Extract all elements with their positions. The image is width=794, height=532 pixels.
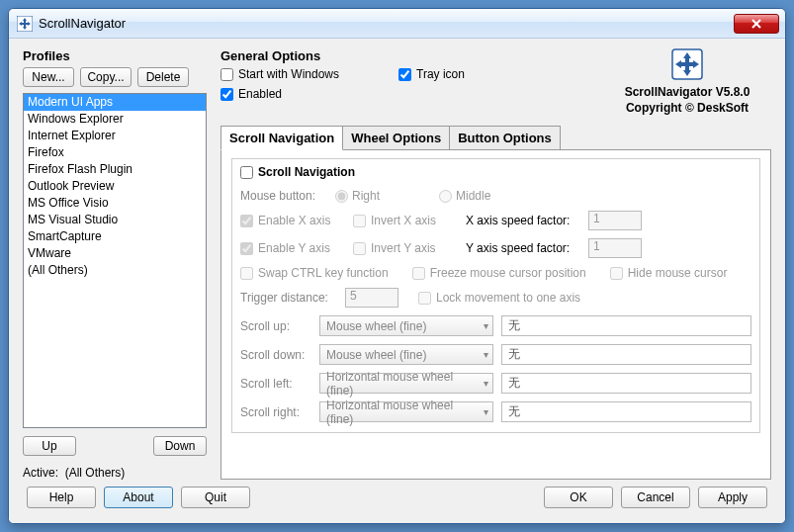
brand-line1: ScrollNavigator V5.8.0 [603,84,771,100]
mouse-button-right-radio[interactable]: Right [335,189,380,203]
brand-panel: ScrollNavigator V5.8.0 Copyright © DeskS… [603,48,771,116]
scroll-down-value[interactable]: 无 [501,344,751,365]
profiles-title: Profiles [23,48,207,63]
scroll-right-label: Scroll right: [240,405,311,419]
content-area: Profiles New... Copy... Delete Modern UI… [9,39,785,523]
list-item[interactable]: Modern UI Apps [24,94,206,111]
list-item[interactable]: Firefox Flash Plugin [24,161,206,178]
move-down-button[interactable]: Down [153,436,207,456]
invert-x-checkbox[interactable]: Invert X axis [353,214,452,227]
enable-y-checkbox[interactable]: Enable Y axis [240,241,339,255]
trigger-distance-input[interactable]: 5 [345,288,398,308]
y-speed-label: Y axis speed factor: [466,241,574,255]
list-item[interactable]: Internet Explorer [24,128,206,144]
delete-profile-button[interactable]: Delete [137,67,189,87]
quit-button[interactable]: Quit [181,487,250,508]
general-options-panel: General Options Start with Windows Enabl… [221,48,603,116]
titlebar[interactable]: ScrollNavigator [9,9,785,39]
profiles-listbox[interactable]: Modern UI Apps Windows Explorer Internet… [23,93,207,428]
invert-y-checkbox[interactable]: Invert Y axis [353,241,452,255]
enabled-checkbox[interactable]: Enabled [221,87,339,101]
profiles-panel: Profiles New... Copy... Delete Modern UI… [23,48,207,480]
close-icon [751,19,761,29]
list-item[interactable]: SmartCapture [24,228,206,245]
ok-button[interactable]: OK [544,487,613,508]
brand-line2: Copyright © DeskSoft [603,100,771,116]
scroll-up-dropdown[interactable]: Mouse wheel (fine) [319,315,493,336]
start-with-windows-label: Start with Windows [238,67,339,81]
move-up-button[interactable]: Up [23,436,76,456]
freeze-cursor-checkbox[interactable]: Freeze mouse cursor position [412,266,586,280]
scroll-up-label: Scroll up: [240,319,311,333]
close-button[interactable] [734,14,779,34]
list-item[interactable]: Outlook Preview [24,178,206,195]
hide-cursor-checkbox[interactable]: Hide mouse cursor [610,266,728,280]
scroll-left-value[interactable]: 无 [501,373,751,394]
scroll-left-label: Scroll left: [240,377,311,391]
tab-scroll-navigation[interactable]: Scroll Navigation [221,126,343,150]
mouse-button-middle-radio[interactable]: Middle [439,189,490,203]
swap-ctrl-checkbox[interactable]: Swap CTRL key function [240,266,389,280]
scroll-right-value[interactable]: 无 [501,401,751,422]
active-profile-line: Active: (All Others) [23,466,207,480]
scroll-down-label: Scroll down: [240,348,311,362]
lock-axis-checkbox[interactable]: Lock movement to one axis [418,291,580,305]
active-label: Active: [23,466,58,480]
tab-bar: Scroll Navigation Wheel Options Button O… [221,126,771,150]
start-with-windows-checkbox[interactable]: Start with Windows [221,67,339,81]
scroll-navigation-panel: Scroll Navigation Mouse button: Right Mi… [221,149,771,480]
brand-icon [671,48,703,80]
trigger-distance-label: Trigger distance: [240,291,335,305]
cancel-button[interactable]: Cancel [621,487,690,508]
x-speed-input[interactable]: 1 [588,211,642,230]
enable-x-checkbox[interactable]: Enable X axis [240,214,339,227]
app-icon [17,16,33,32]
tab-wheel-options[interactable]: Wheel Options [343,126,450,150]
about-button[interactable]: About [104,487,173,508]
x-speed-label: X axis speed factor: [466,214,574,227]
list-item[interactable]: VMware [24,245,206,262]
app-window: ScrollNavigator Profiles New... Copy... … [8,8,786,524]
scroll-left-dropdown[interactable]: Horizontal mouse wheel (fine) [319,373,493,394]
tray-icon-checkbox[interactable]: Tray icon [398,67,465,81]
footer-bar: Help About Quit OK Cancel Apply [23,480,771,515]
scroll-up-value[interactable]: 无 [501,315,751,336]
list-item[interactable]: MS Office Visio [24,195,206,212]
scroll-down-dropdown[interactable]: Mouse wheel (fine) [319,344,493,365]
list-item[interactable]: Windows Explorer [24,111,206,128]
general-title: General Options [221,48,603,63]
scroll-navigation-enable-checkbox[interactable] [240,166,253,179]
copy-profile-button[interactable]: Copy... [80,67,132,87]
help-button[interactable]: Help [27,487,96,508]
mouse-button-label: Mouse button: [240,189,325,203]
scroll-right-dropdown[interactable]: Horizontal mouse wheel (fine) [319,401,493,422]
active-value: (All Others) [65,466,126,480]
new-profile-button[interactable]: New... [23,67,74,87]
window-title: ScrollNavigator [39,16,734,31]
tab-button-options[interactable]: Button Options [450,126,561,150]
tray-icon-label: Tray icon [416,67,465,81]
y-speed-input[interactable]: 1 [588,238,642,258]
enabled-label: Enabled [238,87,282,101]
scroll-navigation-legend: Scroll Navigation [258,165,355,179]
list-item[interactable]: (All Others) [24,262,206,279]
apply-button[interactable]: Apply [698,487,767,508]
list-item[interactable]: MS Visual Studio [24,212,206,228]
list-item[interactable]: Firefox [24,144,206,161]
